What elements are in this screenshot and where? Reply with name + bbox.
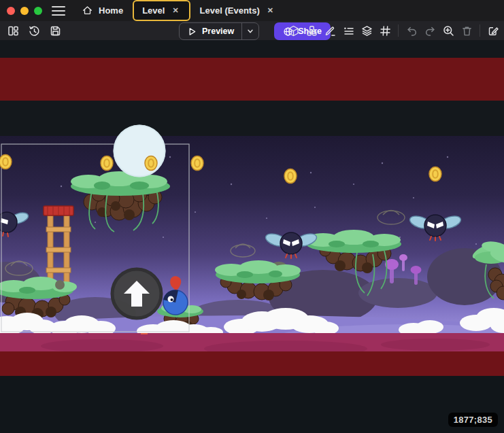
cursor-coordinates: 1877;835	[448, 413, 498, 427]
bottom-bands[interactable]	[0, 333, 504, 433]
project-manager-icon[interactable]	[5, 23, 20, 38]
titlebar: Home Level ✕ Level (Events) ✕	[0, 0, 504, 21]
objects-panel-icon[interactable]	[286, 23, 301, 38]
jump-button[interactable]	[112, 269, 161, 318]
delete-icon[interactable]	[459, 23, 474, 38]
minimize-window-button[interactable]	[20, 7, 29, 15]
object-groups-icon[interactable]	[304, 23, 319, 38]
gdevelop-window: Home Level ✕ Level (Events) ✕	[0, 0, 504, 433]
coin	[284, 169, 297, 184]
layers-icon[interactable]	[359, 23, 374, 38]
scene-editor-canvas[interactable]: 1877;835	[0, 40, 504, 433]
toolbar-left-group	[5, 21, 63, 40]
coin	[191, 156, 203, 171]
redo-icon[interactable]	[422, 23, 437, 38]
main-menu-icon[interactable]	[52, 6, 65, 16]
coin	[145, 156, 157, 171]
tab-label: Level (Events)	[200, 5, 260, 16]
moon[interactable]	[114, 125, 166, 177]
toolbar-separator	[480, 24, 480, 37]
preview-split-button: Preview	[179, 22, 259, 40]
edit-object-icon[interactable]	[322, 23, 337, 38]
close-tab-icon[interactable]: ✕	[265, 5, 275, 16]
coin	[429, 167, 441, 181]
coin	[101, 156, 113, 171]
tab-bar: Home Level ✕ Level (Events) ✕	[73, 0, 284, 21]
tab-level[interactable]: Level ✕	[133, 0, 190, 21]
scene-render	[0, 40, 504, 433]
preview-options-button[interactable]	[241, 23, 258, 39]
undo-icon[interactable]	[404, 23, 419, 38]
zoom-in-icon[interactable]	[441, 23, 456, 38]
tab-label: Home	[99, 5, 123, 16]
grid-icon[interactable]	[377, 23, 392, 38]
save-icon[interactable]	[48, 23, 63, 38]
tab-label: Level	[142, 5, 165, 16]
toolbar-right-group	[286, 21, 501, 40]
coin	[0, 155, 12, 169]
preview-button[interactable]: Preview	[180, 23, 241, 39]
close-window-button[interactable]	[7, 7, 15, 15]
toolbar-separator	[398, 24, 399, 37]
top-red-band[interactable]	[0, 58, 504, 101]
home-icon	[82, 5, 93, 16]
history-icon[interactable]	[27, 23, 41, 38]
preview-label: Preview	[202, 27, 234, 36]
chevron-down-icon	[246, 27, 254, 35]
editor-toolbar: Preview Share	[0, 21, 504, 40]
tab-level-events[interactable]: Level (Events) ✕	[192, 1, 284, 20]
instances-list-icon[interactable]	[341, 23, 356, 38]
edit-scene-properties-icon[interactable]	[486, 23, 501, 38]
traffic-lights	[7, 7, 42, 15]
close-tab-icon[interactable]: ✕	[170, 5, 180, 16]
tab-home[interactable]: Home	[73, 1, 131, 20]
zoom-window-button[interactable]	[34, 7, 42, 15]
play-icon	[187, 27, 197, 37]
